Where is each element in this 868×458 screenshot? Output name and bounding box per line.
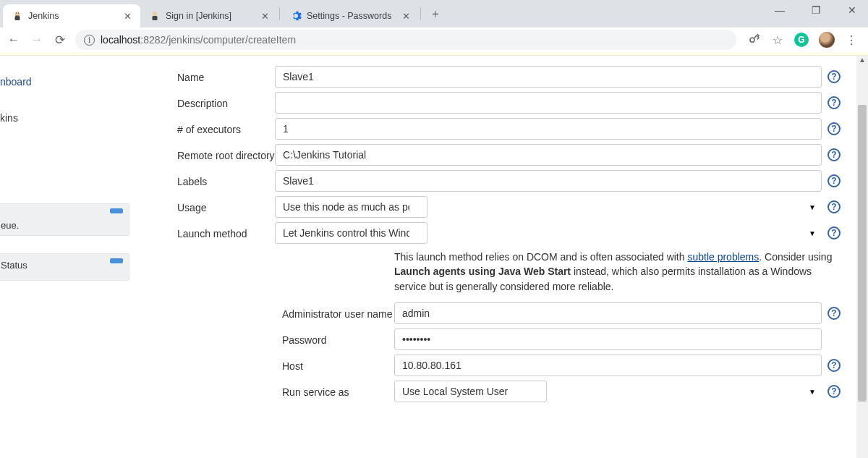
sidebar-status-box[interactable]: Status <box>0 253 129 281</box>
sidebar-queue-box[interactable]: eue. <box>0 203 129 236</box>
minimize-icon[interactable]: — <box>768 4 791 16</box>
menu-icon[interactable]: ⋮ <box>845 33 858 47</box>
tab-title: Sign in [Jenkins] <box>166 11 254 21</box>
tab-title: Settings - Passwords <box>307 11 395 21</box>
close-window-icon[interactable]: ✕ <box>841 4 864 16</box>
svg-point-6 <box>750 38 754 42</box>
run-as-label: Run service as <box>282 381 394 398</box>
jenkins-favicon-icon <box>12 10 23 22</box>
grammarly-icon[interactable]: G <box>794 33 809 47</box>
remote-root-input[interactable] <box>275 144 822 166</box>
toolbar-icons: ☆ G ⋮ <box>748 32 862 48</box>
tab-settings[interactable]: Settings - Passwords ✕ <box>281 4 419 27</box>
browser-toolbar: ← → ⟳ i localhost:8282/jenkins/computer/… <box>0 27 868 52</box>
tab-close-icon[interactable]: ✕ <box>400 11 412 22</box>
chevron-down-icon: ▼ <box>809 229 816 237</box>
tab-close-icon[interactable]: ✕ <box>259 11 271 22</box>
labels-label: Labels <box>177 170 275 187</box>
tab-title: Jenkins <box>28 11 116 21</box>
help-icon[interactable]: ? <box>827 385 841 398</box>
vertical-scrollbar[interactable]: ▲ <box>856 56 868 458</box>
name-label: Name <box>177 66 275 83</box>
help-icon[interactable]: ? <box>827 122 841 135</box>
admin-user-label: Administrator user name <box>282 302 394 320</box>
page-content: nboard kins eue. Status Name ? Descripti… <box>0 56 868 458</box>
help-icon[interactable]: ? <box>827 226 841 239</box>
new-tab-button[interactable]: ＋ <box>425 4 446 24</box>
subtle-problems-link[interactable]: subtle problems <box>687 251 759 263</box>
chevron-down-icon: ▼ <box>809 203 816 211</box>
launch-method-select[interactable] <box>275 222 427 244</box>
host-input[interactable] <box>394 355 822 376</box>
reload-button[interactable]: ⟳ <box>52 33 68 48</box>
svg-point-3 <box>18 13 19 14</box>
launch-method-note: This launch method relies on DCOM and is… <box>177 248 841 302</box>
tab-jenkins[interactable]: Jenkins ✕ <box>3 4 140 27</box>
address-bar[interactable]: i localhost:8282/jenkins/computer/create… <box>75 30 736 50</box>
password-label: Password <box>282 328 394 346</box>
tab-strip: Jenkins ✕ Sign in [Jenkins] ✕ Settings -… <box>0 0 868 27</box>
chevron-down-icon: ▼ <box>809 387 816 395</box>
help-icon[interactable]: ? <box>827 200 841 213</box>
collapse-icon[interactable] <box>110 208 123 213</box>
scroll-thumb[interactable] <box>858 105 867 402</box>
executors-input[interactable] <box>275 118 822 140</box>
status-link[interactable]: Status <box>1 260 27 271</box>
remote-root-label: Remote root directory <box>177 144 275 161</box>
labels-input[interactable] <box>275 170 822 192</box>
forward-button[interactable]: → <box>29 33 45 47</box>
sidebar-item-jenkins[interactable]: kins <box>0 109 134 127</box>
tab-separator <box>420 7 421 20</box>
tab-signin[interactable]: Sign in [Jenkins] ✕ <box>140 4 278 27</box>
collapse-icon[interactable] <box>110 258 123 263</box>
scroll-up-icon[interactable]: ▲ <box>856 56 868 67</box>
help-icon[interactable]: ? <box>827 359 841 372</box>
svg-rect-5 <box>153 16 158 20</box>
help-icon[interactable]: ? <box>827 70 841 83</box>
password-input[interactable] <box>394 328 822 350</box>
help-icon[interactable]: ? <box>827 174 841 187</box>
form-area: Name ? Description ? # of executors ? Re… <box>134 56 868 458</box>
tab-close-icon[interactable]: ✕ <box>122 11 133 22</box>
browser-chrome: — ❐ ✕ Jenkins ✕ Sign in [Jenkins] ✕ Sett… <box>0 0 868 52</box>
svg-rect-1 <box>15 16 20 20</box>
sidebar-item-dashboard[interactable]: nboard <box>0 73 134 90</box>
sidebar: nboard kins eue. Status <box>0 56 134 458</box>
gear-icon <box>290 10 302 22</box>
maximize-icon[interactable]: ❐ <box>804 4 827 16</box>
description-label: Description <box>177 92 275 109</box>
key-icon[interactable] <box>748 32 761 48</box>
window-controls: — ❐ ✕ <box>768 4 864 16</box>
help-icon[interactable]: ? <box>827 96 841 109</box>
site-info-icon[interactable]: i <box>84 35 95 46</box>
host-label: Host <box>282 355 394 372</box>
svg-point-2 <box>16 13 17 14</box>
usage-select[interactable] <box>275 196 427 218</box>
run-service-as-select[interactable] <box>394 381 547 402</box>
name-input[interactable] <box>275 66 822 88</box>
svg-point-4 <box>153 12 157 16</box>
admin-user-input[interactable] <box>394 302 822 324</box>
help-icon[interactable]: ? <box>827 307 841 320</box>
url-text: localhost:8282/jenkins/computer/createIt… <box>101 34 296 46</box>
usage-label: Usage <box>177 196 275 213</box>
profile-avatar[interactable] <box>819 32 835 48</box>
launch-label: Launch method <box>177 222 275 239</box>
star-icon[interactable]: ☆ <box>771 33 784 47</box>
executors-label: # of executors <box>177 118 275 135</box>
description-input[interactable] <box>275 92 822 114</box>
jenkins-favicon-icon <box>149 10 161 22</box>
help-icon[interactable]: ? <box>827 148 841 161</box>
back-button[interactable]: ← <box>6 33 22 47</box>
tab-separator <box>279 7 280 20</box>
